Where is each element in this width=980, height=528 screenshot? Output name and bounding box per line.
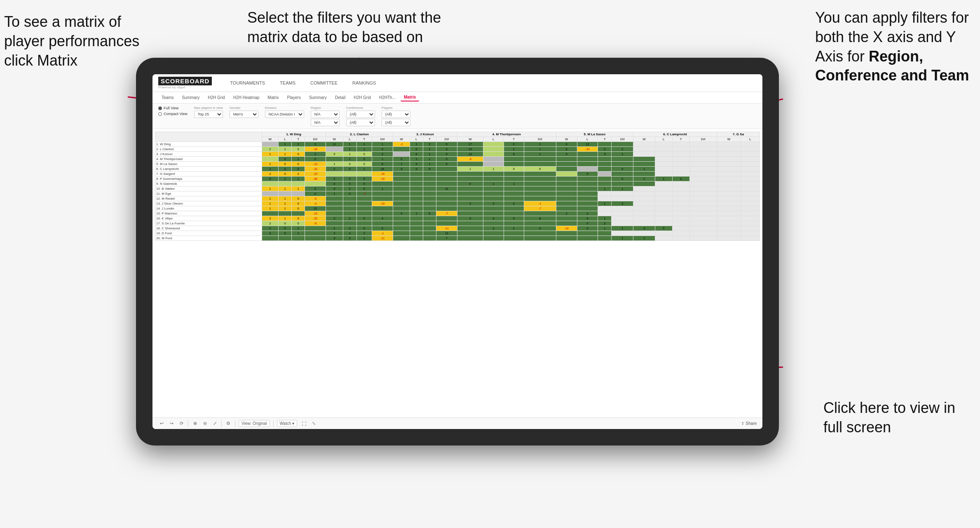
sh-t4: T xyxy=(504,137,524,142)
zoom-in-icon[interactable]: ⊕ xyxy=(192,420,198,427)
matrix-cell xyxy=(393,147,410,152)
matrix-cell xyxy=(717,186,741,191)
tab-h2h-grid2[interactable]: H2H Grid xyxy=(350,94,374,101)
matrix-cell xyxy=(741,226,760,231)
matrix-cell: 2 xyxy=(292,142,305,147)
matrix-cell xyxy=(717,206,741,211)
matrix-cell: 3 xyxy=(326,236,343,241)
matrix-cell: 4 xyxy=(633,226,655,231)
compact-view-label: Compact View xyxy=(164,112,188,116)
matrix-cell: 2 xyxy=(504,226,524,231)
nav-teams[interactable]: TEAMS xyxy=(277,79,299,87)
matrix-cell: 3 xyxy=(483,216,504,221)
matrix-cell xyxy=(598,172,612,177)
redo-icon[interactable]: ↪ xyxy=(168,420,175,427)
nav-committee[interactable]: COMMITTEE xyxy=(307,79,341,87)
matrix-cell: 1 xyxy=(262,186,279,191)
tab-matrix[interactable]: Matrix xyxy=(264,94,282,101)
share-button[interactable]: ⇪ Share xyxy=(741,421,757,426)
tab-h2h-grid[interactable]: H2H Grid xyxy=(204,94,228,101)
logo-area: SCOREBOARD Powered by clippd xyxy=(158,77,212,89)
max-players-label: Max players in view xyxy=(194,106,223,110)
fit-icon[interactable]: ⤢ xyxy=(211,420,218,427)
matrix-cell xyxy=(410,226,423,231)
matrix-cell: 0 xyxy=(356,177,372,182)
tab-h2hth[interactable]: H2HTh... xyxy=(376,94,399,101)
matrix-cell: 2 xyxy=(457,201,483,206)
matrix-cell xyxy=(436,167,457,172)
sh-w6: W xyxy=(633,137,655,142)
max-players-select[interactable]: Top 25 xyxy=(194,111,223,118)
tab-players[interactable]: Players xyxy=(284,94,304,101)
radio-full-view[interactable]: Full View xyxy=(158,106,188,110)
matrix-cell: 1 xyxy=(423,157,436,162)
matrix-cell: 1 xyxy=(279,147,292,152)
matrix-cell xyxy=(598,157,612,162)
sub-nav: Teams Summary H2H Grid H2H Heatmap Matri… xyxy=(152,92,762,104)
region-select2[interactable]: N/A xyxy=(311,119,340,126)
tab-teams[interactable]: Teams xyxy=(158,94,177,101)
matrix-cell xyxy=(326,147,343,152)
undo-icon[interactable]: ↩ xyxy=(158,420,165,427)
matrix-cell xyxy=(598,167,612,172)
matrix-cell xyxy=(524,191,556,196)
matrix-cell xyxy=(356,221,372,226)
matrix-cell: 0 xyxy=(356,152,372,157)
nav-tournaments[interactable]: TOURNAMENTS xyxy=(227,79,268,87)
matrix-cell: 0 xyxy=(372,226,393,231)
matrix-cell xyxy=(672,226,689,231)
player-name-cell: 16. K Vilips xyxy=(155,216,262,221)
view-original-btn[interactable]: View: Original xyxy=(239,420,270,427)
matrix-cell xyxy=(556,167,577,172)
tab-h2h-heatmap[interactable]: H2H Heatmap xyxy=(230,94,263,101)
full-view-label: Full View xyxy=(164,106,178,110)
conference-select[interactable]: (All) xyxy=(346,111,375,118)
division-select[interactable]: NCAA Division I xyxy=(265,111,304,118)
filter-gender: Gender Men's xyxy=(230,106,258,118)
matrix-cell xyxy=(292,236,305,241)
gender-select[interactable]: Men's xyxy=(230,111,258,118)
matrix-cell xyxy=(556,177,577,182)
matrix-content[interactable]: 1. W Ding 2. L Clanton 3. J Koivun 4. M … xyxy=(152,129,762,417)
matrix-cell xyxy=(556,157,577,162)
table-row: 2. L Clanton210-1811001013110-2422 xyxy=(155,147,760,152)
refresh-icon[interactable]: ⟳ xyxy=(178,420,185,427)
matrix-cell: 0 xyxy=(279,231,292,236)
filter-division: Division NCAA Division I xyxy=(265,106,304,118)
matrix-cell xyxy=(393,191,410,196)
player-name-cell: 19. D Ford xyxy=(155,231,262,236)
matrix-cell xyxy=(436,177,457,182)
conference-select2[interactable]: (All) xyxy=(346,119,375,126)
tab-summary[interactable]: Summary xyxy=(178,94,203,101)
tab-detail[interactable]: Detail xyxy=(332,94,349,101)
nav-rankings[interactable]: RANKINGS xyxy=(349,79,379,87)
matrix-cell xyxy=(410,236,423,241)
matrix-cell xyxy=(483,186,504,191)
screen-icon[interactable]: ⛶ xyxy=(300,420,307,427)
matrix-cell: 1 xyxy=(326,162,343,167)
players-select2[interactable]: (All) xyxy=(382,119,410,126)
matrix-cell: 7 xyxy=(436,236,457,241)
matrix-cell xyxy=(633,162,655,167)
matrix-cell: 1 xyxy=(612,236,633,241)
matrix-cell xyxy=(410,216,423,221)
region-select[interactable]: N/A xyxy=(311,111,340,118)
matrix-cell xyxy=(292,182,305,186)
matrix-cell: 1 xyxy=(423,147,436,152)
radio-compact-view[interactable]: Compact View xyxy=(158,112,188,116)
matrix-cell: 3 xyxy=(393,167,410,172)
view-options: Full View Compact View xyxy=(158,106,188,116)
matrix-cell: 0 xyxy=(372,147,393,152)
settings-icon[interactable]: ⚙ xyxy=(225,420,232,427)
matrix-cell xyxy=(504,221,524,226)
tab-matrix2[interactable]: Matrix xyxy=(401,94,419,101)
sh-w4: W xyxy=(457,137,483,142)
zoom-out-icon[interactable]: ⊖ xyxy=(202,420,208,427)
tab-summary2[interactable]: Summary xyxy=(306,94,330,101)
matrix-cell xyxy=(672,231,689,236)
matrix-cell xyxy=(577,167,598,172)
table-row: 20. M Ford331-11711 xyxy=(155,236,760,241)
players-select[interactable]: (All) xyxy=(382,111,410,118)
watch-btn[interactable]: Watch ▾ xyxy=(277,420,298,427)
fullscreen-icon[interactable]: ⤡ xyxy=(310,420,317,427)
